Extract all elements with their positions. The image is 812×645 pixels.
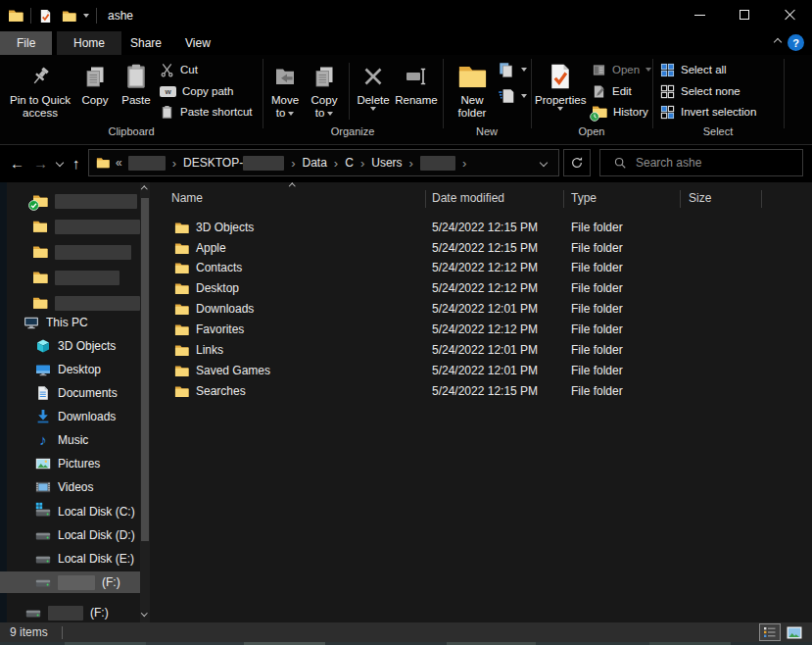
minimize-button[interactable]: [677, 0, 722, 29]
column-header-name[interactable]: Name: [171, 186, 203, 210]
select-all-button[interactable]: Select all: [660, 61, 727, 78]
breadcrumb-redacted[interactable]: [128, 156, 166, 171]
address-bar[interactable]: « › DESKTOP- › Data › C › Users › ›: [88, 149, 559, 176]
sidebar-item-downloads[interactable]: Downloads: [0, 406, 140, 427]
file-type: File folder: [571, 361, 623, 380]
paste-shortcut-button[interactable]: Paste shortcut: [160, 103, 253, 121]
quick-access-item-redacted[interactable]: [0, 292, 140, 314]
qat-new-folder-icon[interactable]: [62, 9, 76, 24]
breadcrumb-item-c[interactable]: C: [345, 156, 354, 170]
table-row[interactable]: Searches 5/24/2022 12:15 PM File folder: [152, 381, 812, 401]
address-dropdown-chevron-icon[interactable]: [540, 159, 548, 167]
column-separator[interactable]: [425, 190, 426, 208]
sidebar-item-drive-f-root[interactable]: (F:): [0, 602, 140, 623]
quick-access-item-redacted[interactable]: [0, 267, 140, 288]
properties-button[interactable]: Properties: [535, 58, 586, 111]
column-separator[interactable]: [680, 190, 681, 208]
back-icon[interactable]: ←: [10, 145, 24, 181]
pin-to-quick-access-button[interactable]: Pin to Quick access: [6, 58, 74, 120]
breadcrumb-redacted[interactable]: [420, 156, 455, 171]
select-none-button[interactable]: Select none: [660, 82, 740, 100]
maximize-button[interactable]: [722, 0, 767, 29]
qat-customize-chevron-icon[interactable]: [83, 14, 89, 18]
group-label-open: Open: [531, 125, 652, 139]
scroll-up-icon[interactable]: [141, 186, 147, 192]
new-folder-button[interactable]: New folder: [449, 58, 496, 120]
breadcrumb-redacted[interactable]: [243, 156, 284, 171]
quick-access-item-redacted[interactable]: [0, 241, 140, 263]
edit-button[interactable]: Edit: [592, 82, 632, 100]
recent-locations-chevron-icon[interactable]: [56, 159, 64, 167]
drive-icon: [25, 605, 41, 620]
column-separator[interactable]: [563, 190, 564, 208]
help-button[interactable]: ?: [788, 34, 804, 51]
up-icon[interactable]: ↑: [72, 145, 80, 181]
sidebar-item-drive-f-selected[interactable]: (F:): [0, 571, 140, 593]
breadcrumb-item-desktop[interactable]: DESKTOP-: [183, 156, 243, 170]
cut-button[interactable]: Cut: [160, 61, 198, 78]
table-row[interactable]: Favorites 5/24/2022 12:12 PM File folder: [152, 320, 812, 339]
rename-button[interactable]: Rename: [394, 58, 439, 107]
move-to-button[interactable]: Move to: [266, 58, 304, 120]
copy-button[interactable]: Copy: [74, 58, 116, 107]
thumbnail-view-button[interactable]: [784, 623, 805, 641]
table-row[interactable]: 3D Objects 5/24/2022 12:15 PM File folde…: [152, 218, 812, 237]
sidebar-item-3d-objects[interactable]: 3D Objects: [0, 335, 140, 357]
table-row[interactable]: Saved Games 5/24/2022 12:01 PM File fold…: [152, 361, 812, 380]
table-row[interactable]: Contacts 5/24/2022 12:12 PM File folder: [152, 258, 812, 277]
quick-access-item-redacted[interactable]: [0, 190, 140, 212]
column-separator[interactable]: [761, 190, 762, 208]
tab-home[interactable]: Home: [57, 31, 121, 55]
ribbon-tab-row: File Home Share View ?: [0, 31, 812, 55]
sidebar-item-local-disk-c[interactable]: Local Disk (C:): [0, 501, 140, 522]
sidebar-item-this-pc[interactable]: This PC: [0, 312, 140, 333]
copy-path-button[interactable]: w Copy path: [160, 82, 233, 100]
delete-button[interactable]: Delete: [353, 58, 394, 111]
search-input[interactable]: Search ashe: [599, 149, 803, 176]
sidebar-scrollbar[interactable]: [140, 182, 150, 622]
qat-properties-icon[interactable]: [38, 9, 53, 24]
column-header-date-modified[interactable]: Date modified: [432, 186, 504, 210]
dropdown-chevron-icon: [645, 68, 651, 72]
copy-path-icon: w: [160, 86, 176, 97]
breadcrumb-overflow-icon[interactable]: «: [116, 156, 122, 170]
column-header-type[interactable]: Type: [571, 186, 597, 210]
breadcrumb-item-data[interactable]: Data: [303, 156, 327, 170]
sidebar-item-documents[interactable]: Documents: [0, 382, 140, 404]
copy-to-button[interactable]: Copy to: [306, 58, 343, 120]
scrollbar-thumb[interactable]: [141, 198, 149, 541]
sidebar-item-desktop[interactable]: Desktop: [0, 359, 140, 380]
table-row[interactable]: Apple 5/24/2022 12:15 PM File folder: [152, 238, 812, 258]
sidebar-item-local-disk-d[interactable]: Local Disk (D:): [0, 524, 140, 546]
history-icon: [592, 104, 607, 120]
folder-icon: [32, 244, 48, 260]
tab-file[interactable]: File: [0, 31, 52, 55]
table-row[interactable]: Links 5/24/2022 12:01 PM File folder: [152, 340, 812, 360]
details-view-button[interactable]: [759, 623, 781, 641]
file-type: File folder: [571, 278, 623, 298]
sidebar-item-music[interactable]: ♪ Music: [0, 429, 140, 451]
table-row[interactable]: Desktop 5/24/2022 12:12 PM File folder: [152, 278, 812, 298]
documents-icon: [35, 385, 51, 401]
sidebar-item-videos[interactable]: Videos: [0, 476, 140, 498]
quick-access-item-redacted[interactable]: [0, 216, 140, 237]
folder-icon: [174, 302, 189, 317]
table-row[interactable]: Downloads 5/24/2022 12:01 PM File folder: [152, 299, 812, 319]
folder-icon: [32, 295, 48, 311]
desktop-icon: [35, 362, 51, 377]
column-header-size[interactable]: Size: [689, 186, 711, 210]
tab-view[interactable]: View: [168, 31, 227, 55]
scroll-down-icon[interactable]: [141, 610, 147, 616]
close-button[interactable]: [767, 0, 812, 29]
new-item-button[interactable]: [498, 87, 527, 105]
collapse-ribbon-icon[interactable]: [774, 38, 782, 46]
history-button[interactable]: History: [592, 103, 648, 121]
drive-icon: [35, 574, 51, 590]
sidebar-item-local-disk-e[interactable]: Local Disk (E:): [0, 548, 140, 570]
breadcrumb-item-users[interactable]: Users: [371, 156, 402, 170]
refresh-button[interactable]: [563, 149, 591, 176]
paste-button[interactable]: Paste: [116, 58, 157, 107]
sidebar-item-pictures[interactable]: Pictures: [0, 453, 140, 474]
invert-selection-button[interactable]: Invert selection: [660, 103, 756, 121]
easy-access-button[interactable]: [498, 61, 527, 78]
